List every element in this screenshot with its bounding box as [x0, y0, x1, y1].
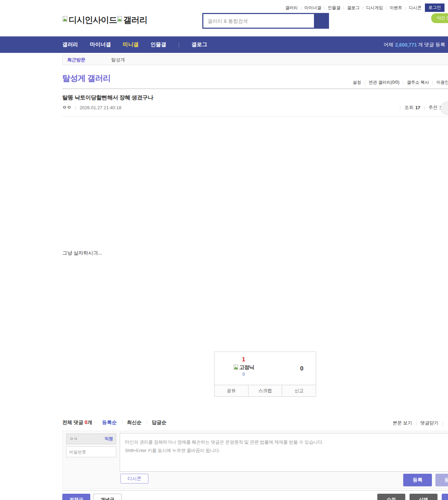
- night-mode-button[interactable]: 야간 모드: [431, 13, 448, 23]
- divider: [62, 490, 448, 491]
- stats-suffix: 개 댓글 등록: [418, 42, 445, 48]
- copy-gallery-url-link[interactable]: 갤주소 복사: [407, 79, 429, 85]
- post-action-bar: 공유 스크랩 신고: [214, 385, 316, 397]
- comment-write-form: 익명 타인의 권리를 침해하거나 명예를 훼손하는 댓글은 운영원칙 및 관련 …: [62, 431, 448, 489]
- scrap-button[interactable]: 스크랩: [248, 385, 282, 396]
- comments-total-count: 0: [85, 419, 88, 425]
- post-meta: ㅇㅇ | 2026.01.27 21:40:18: [62, 104, 121, 111]
- comment-submit-secondary-button[interactable]: 등록: [435, 474, 448, 486]
- separator: |: [178, 42, 180, 48]
- main-nav-items: 갤러리 마이너갤 미니갤 인물갤 | 갤로그: [62, 36, 219, 53]
- nav-item-gallog[interactable]: 갤로그: [191, 41, 207, 48]
- separator: |: [424, 105, 425, 110]
- main-navbar: 갤러리 마이너갤 미니갤 인물갤 | 갤로그 어제 2,600,771 개 댓글…: [0, 36, 448, 53]
- comment-bubble-button[interactable]: [440, 102, 448, 115]
- utilbar-link-minor-gallery[interactable]: 마이너갤: [304, 5, 321, 11]
- page: 갤러리| 마이너갤| 인물갤| 갤로그| 디시게임| 이벤트| 디시콘 로그인 …: [0, 0, 448, 500]
- separator: [147, 421, 147, 424]
- comments-header-right: 본문 보기 | 댓글닫기 |: [393, 420, 447, 426]
- post-title: 탈똥 낙토이당할뻔해서 장혜 생겼구나: [62, 94, 153, 102]
- broken-image-icon: [117, 16, 122, 23]
- stats-prefix: 어제: [384, 42, 393, 48]
- comments-total: 전체 댓글 0개: [62, 419, 92, 426]
- gallery-title[interactable]: 탈성게 갤러리: [62, 73, 110, 84]
- utilbar-link-person-gallery[interactable]: 인물갤: [328, 5, 341, 11]
- sort-registered-tab[interactable]: 등록순: [102, 419, 117, 426]
- separator: |: [432, 80, 433, 85]
- comments-header: 전체 댓글 0개 등록순 최신순 답글순 본문 보기 | 댓글닫기 |: [62, 419, 448, 426]
- separator: |: [301, 6, 302, 10]
- nickname-field-wrap: 익명: [66, 433, 116, 444]
- nav-item-mini-gallery[interactable]: 미니갤: [123, 41, 139, 48]
- post-author[interactable]: ㅇㅇ: [62, 104, 71, 111]
- comments-count-suffix: 개: [88, 419, 92, 425]
- comments-total-label: 전체 댓글: [62, 419, 83, 425]
- comment-placeholder-line2: Shift+Enter 키를 동시에 누르면 줄바꿈이 됩니다.: [125, 446, 448, 455]
- utilbar-link-dcgame[interactable]: 디시게임: [366, 5, 383, 11]
- search-box: [202, 13, 329, 29]
- delete-post-button[interactable]: 삭제: [410, 494, 438, 500]
- recommend-label: 추천: [428, 104, 438, 111]
- separator: |: [416, 421, 417, 426]
- search-button[interactable]: [314, 14, 328, 28]
- fixed-nick-count: 0: [221, 372, 266, 377]
- login-button[interactable]: 로그인: [425, 4, 444, 12]
- report-button[interactable]: 신고: [282, 385, 316, 396]
- browser-viewport: 갤러리| 마이너갤| 인물갤| 갤로그| 디시게임| 이벤트| 디시콘 로그인 …: [0, 0, 448, 500]
- separator: [122, 421, 122, 424]
- utilbar-link-gallery[interactable]: 갤러리: [285, 5, 298, 11]
- nav-item-gallery[interactable]: 갤러리: [62, 41, 78, 48]
- search-input[interactable]: [203, 14, 314, 28]
- separator: |: [362, 6, 363, 10]
- best-posts-button[interactable]: 개념글: [93, 494, 122, 500]
- nickname-input[interactable]: [69, 437, 105, 442]
- sort-reply-tab[interactable]: 답글순: [152, 419, 167, 426]
- fixed-nick-label: 고정닉: [239, 364, 254, 371]
- anonymous-badge: 익명: [105, 436, 113, 442]
- separator: |: [405, 6, 406, 10]
- downvote-count[interactable]: 0: [300, 365, 303, 372]
- related-gallery-link[interactable]: 연관 갤러리(0/0): [369, 79, 399, 85]
- views-count: 17: [415, 105, 420, 110]
- view-post-link[interactable]: 본문 보기: [393, 420, 412, 426]
- utilbar-link-gallog[interactable]: 갤로그: [347, 5, 359, 11]
- post-date: 2026.01.27 21:40:18: [79, 105, 121, 110]
- separator: |: [386, 6, 387, 10]
- sort-newest-tab[interactable]: 최신순: [127, 419, 142, 426]
- recent-visit-gallery[interactable]: 탈성게: [111, 57, 125, 63]
- dccon-button[interactable]: 디시콘: [120, 474, 148, 484]
- upvote-area[interactable]: 1 고정닉 0: [221, 356, 266, 377]
- logo-alt-dcinside: 디시인사이드: [69, 15, 117, 25]
- comment-placeholder-line1: 타인의 권리를 침해하거나 명예를 훼손하는 댓글은 운영원칙 및 관련 법률에…: [125, 438, 448, 446]
- write-post-button[interactable]: [442, 494, 448, 500]
- separator: |: [324, 6, 325, 10]
- edit-post-button[interactable]: 수정: [377, 494, 405, 500]
- post-body-text: 그냥 살자하시긔...: [62, 250, 102, 256]
- gallery-utility-links: 설정| 연관 갤러리(0/0)| 갤주소 복사| 이용안내: [353, 79, 448, 85]
- broken-image-icon: [62, 16, 68, 23]
- nav-item-minor-gallery[interactable]: 마이너갤: [90, 41, 111, 48]
- separator: |: [75, 105, 76, 110]
- all-posts-button[interactable]: 전체글: [62, 494, 90, 500]
- stats-count: 2,600,771: [395, 42, 417, 48]
- views-label: 조회: [404, 104, 413, 111]
- comment-submit-button[interactable]: 등록: [403, 474, 432, 486]
- password-input[interactable]: [66, 446, 116, 457]
- close-comments-link[interactable]: 댓글닫기: [420, 420, 439, 426]
- comments-header-left: 전체 댓글 0개 등록순 최신순 답글순: [62, 419, 448, 426]
- utilbar-link-dccon[interactable]: 디시콘: [409, 5, 421, 11]
- share-button[interactable]: 공유: [215, 385, 248, 396]
- comment-sort-options: 등록순 최신순 답글순: [102, 419, 167, 426]
- usage-guide-link[interactable]: 이용안내: [436, 79, 448, 85]
- utilbar-link-event[interactable]: 이벤트: [390, 5, 402, 11]
- recent-visit-label[interactable]: 최근방문: [67, 57, 85, 63]
- separator: |: [402, 80, 404, 85]
- site-logo[interactable]: 디시인사이드 갤러리: [62, 15, 147, 25]
- gallery-settings-link[interactable]: 설정: [353, 79, 361, 85]
- fixed-nick-row: 고정닉: [221, 364, 266, 371]
- comment-textarea[interactable]: 타인의 권리를 침해하거나 명예를 훼손하는 댓글은 운영원칙 및 관련 법률에…: [120, 433, 448, 472]
- logo-alt-gallery: 갤러리: [123, 15, 147, 25]
- vote-counts: 1 고정닉 0 0: [214, 352, 316, 385]
- recent-visit-bar: 최근방문 탈성게: [62, 55, 448, 65]
- nav-item-person-gallery[interactable]: 인물갤: [150, 41, 166, 48]
